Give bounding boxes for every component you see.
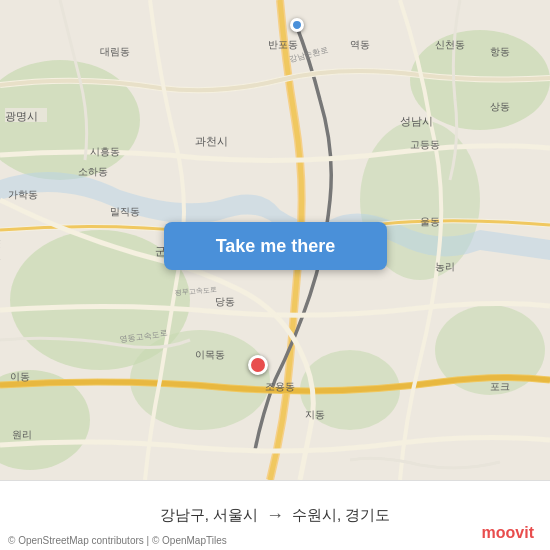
svg-text:소하동: 소하동 <box>78 166 108 177</box>
svg-text:고등동: 고등동 <box>410 139 440 150</box>
moovit-logo: moovit <box>482 524 534 542</box>
svg-text:대림동: 대림동 <box>100 46 130 57</box>
map-container: 광명시 대림동 과천시 성남시 군포 당동 이목동 조용동 지동 가학동 시흥동… <box>0 0 550 480</box>
svg-text:지동: 지동 <box>305 409 325 420</box>
route-destination: 수원시, 경기도 <box>292 506 390 525</box>
svg-text:이동: 이동 <box>10 371 30 382</box>
svg-text:상동: 상동 <box>490 101 510 112</box>
moovit-logo-text: moovit <box>482 524 534 542</box>
svg-text:가학동: 가학동 <box>8 189 38 200</box>
svg-text:울동: 울동 <box>420 216 440 227</box>
svg-text:농리: 농리 <box>435 261 455 272</box>
svg-text:이목동: 이목동 <box>195 349 225 360</box>
svg-text:당동: 당동 <box>215 296 235 307</box>
destination-marker <box>248 355 268 375</box>
svg-text:광명시: 광명시 <box>5 110 38 122</box>
route-origin: 강남구, 서울시 <box>160 506 258 525</box>
origin-marker <box>290 18 304 32</box>
svg-text:반포동: 반포동 <box>268 39 298 50</box>
map-attribution: © OpenStreetMap contributors | © OpenMap… <box>8 535 227 546</box>
svg-text:성남시: 성남시 <box>400 115 433 127</box>
svg-text:경부고속도로: 경부고속도로 <box>0 235 1 277</box>
route-info: 강남구, 서울시 → 수원시, 경기도 <box>160 505 391 526</box>
svg-text:밀직동: 밀직동 <box>110 206 140 217</box>
svg-text:과천시: 과천시 <box>195 135 228 147</box>
svg-text:원리: 원리 <box>12 429 32 440</box>
svg-text:역동: 역동 <box>350 39 370 50</box>
take-me-there-button[interactable]: Take me there <box>164 222 387 270</box>
svg-text:항동: 항동 <box>490 46 510 57</box>
svg-text:신천동: 신천동 <box>435 39 465 50</box>
route-arrow: → <box>266 505 284 526</box>
bottom-bar: 강남구, 서울시 → 수원시, 경기도 © OpenStreetMap cont… <box>0 480 550 550</box>
svg-text:포크: 포크 <box>490 381 510 392</box>
svg-text:조용동: 조용동 <box>265 381 295 392</box>
svg-text:시흥동: 시흥동 <box>90 146 120 157</box>
